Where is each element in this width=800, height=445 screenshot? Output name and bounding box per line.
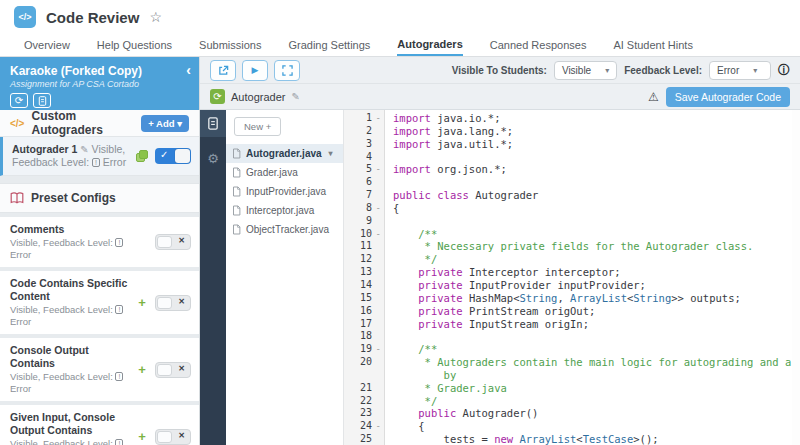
tab-autograders[interactable]: Autograders (397, 34, 462, 56)
code-row: 18 (344, 330, 792, 343)
run-button[interactable]: ▶ (242, 60, 268, 81)
tab-grading-settings[interactable]: Grading Settings (288, 34, 370, 56)
editor-toolbar: ▶ Visible To Students: Visible▾ Feedback… (200, 57, 800, 84)
java-file-icon (232, 186, 241, 197)
assignment-header: Karaoke (Forked Copy) ‹ Assignment for A… (0, 57, 199, 110)
favorite-star-icon[interactable]: ☆ (149, 9, 162, 25)
fold-marker[interactable]: - (376, 343, 381, 356)
file-autograder-java[interactable]: Autograder.java▾ (226, 144, 343, 163)
feedback-level-label: Feedback Level: (12, 156, 89, 168)
toggle-knob (157, 236, 172, 248)
warning-icon: ⚠ (648, 90, 659, 104)
preset-title: Code Contains Specific Content (10, 277, 131, 303)
code-line: private InputProvider inputProvider; (384, 279, 646, 292)
feedback-level-select[interactable]: Error▾ (709, 61, 771, 80)
fold-marker[interactable]: - (376, 112, 381, 125)
preset-title: Comments (10, 223, 131, 236)
file-grader-java[interactable]: Grader.java (226, 163, 343, 182)
line-number: 14 (344, 279, 384, 292)
preset-toggle[interactable]: ✕ (155, 234, 191, 250)
code-line: import java.lang.*; (384, 125, 513, 138)
tab-ai-student-hints[interactable]: AI Student Hints (613, 34, 693, 56)
feedback-level-value: Error (103, 156, 126, 168)
preset-toggle[interactable]: ✕ (155, 362, 191, 378)
share-button[interactable] (210, 60, 236, 81)
code-pane[interactable]: 1-import java.io.*;2import java.lang.*;3… (344, 110, 800, 445)
line-number: 8- (344, 202, 384, 215)
code-line: import java.io.*; (384, 112, 500, 125)
fold-marker[interactable]: - (376, 420, 381, 433)
code-row: 2import java.lang.*; (344, 125, 792, 138)
code-brackets-icon: </> (10, 118, 24, 129)
file-name: InputProvider.java (246, 186, 326, 197)
file-objecttracker-java[interactable]: ObjectTracker.java (226, 220, 343, 239)
line-number: 6 (344, 176, 384, 189)
autograder-1-toggle[interactable]: ✓ (155, 148, 191, 164)
line-number: 9 (344, 215, 384, 228)
line-number: 25 (344, 433, 384, 445)
document-button[interactable] (33, 93, 51, 108)
tab-canned-responses[interactable]: Canned Responses (490, 34, 587, 56)
file-name: ObjectTracker.java (246, 224, 329, 235)
preset-toggle[interactable]: ✕ (155, 429, 191, 445)
edit-autograder-icon[interactable]: ✎ (80, 144, 88, 155)
line-number: 20 (344, 356, 384, 369)
external-link-icon (218, 65, 229, 76)
file-panel: New + Autograder.java▾Grader.javaInputPr… (226, 110, 344, 445)
code-row: 12 */ (344, 253, 792, 266)
visible-to-students-select[interactable]: Visible▾ (554, 61, 617, 80)
fold-marker[interactable]: - (376, 202, 381, 215)
autograder-1-item[interactable]: Autograder 1 ✎ Visible, Feedback Level: … (0, 137, 199, 176)
code-row: 16 private PrintStream origOut; (344, 305, 792, 318)
refresh-icon: ⟳ (15, 96, 23, 106)
x-icon: ✕ (178, 364, 185, 373)
tab-help-questions[interactable]: Help Questions (97, 34, 172, 56)
autograder-name-bar: ⟳ Autograder ✎ ⚠ Save Autograder Code (200, 84, 800, 110)
save-autograder-code-button[interactable]: Save Autograder Code (666, 87, 790, 107)
code-row: 1-import java.io.*; (344, 112, 792, 125)
file-name: Interceptor.java (246, 205, 314, 216)
file-interceptor-java[interactable]: Interceptor.java (226, 201, 343, 220)
code-line: private HashMap<String, ArrayList<String… (384, 292, 741, 305)
line-number: 1- (344, 112, 384, 125)
settings-gear-icon[interactable]: ⚙ (200, 151, 226, 166)
preset-title: Given Input, Console Output Contains (10, 411, 131, 437)
preset-config-list: CommentsVisible, Feedback Level: ! Error… (0, 213, 199, 445)
add-preset-button[interactable]: + (135, 362, 149, 377)
fold-marker[interactable]: - (376, 228, 381, 241)
fold-marker[interactable]: - (376, 163, 381, 176)
chevron-down-icon[interactable]: ▾ (329, 149, 333, 158)
rename-autograder-icon[interactable]: ✎ (291, 91, 299, 102)
line-number: 3 (344, 138, 384, 151)
tab-overview[interactable]: Overview (24, 34, 70, 56)
assignment-subtitle: Assignment for AP CSA Cortado (10, 79, 189, 89)
file-inputprovider-java[interactable]: InputProvider.java (226, 182, 343, 201)
code-line: private Interceptor interceptor; (384, 266, 621, 279)
files-panel-button[interactable] (200, 110, 226, 137)
duplicate-autograder-icon[interactable] (136, 150, 149, 163)
chevron-down-icon: ▾ (605, 66, 609, 75)
add-preset-button[interactable]: + (135, 295, 149, 310)
java-file-icon (232, 148, 241, 159)
tab-submissions[interactable]: Submissions (199, 34, 261, 56)
fullscreen-button[interactable] (274, 60, 300, 81)
preset-configs-title: Preset Configs (31, 191, 189, 205)
info-icon[interactable]: ⓘ (778, 62, 790, 79)
x-icon: ✕ (178, 236, 185, 245)
error-level-icon: ! (115, 439, 123, 445)
custom-autograders-title: Custom Autograders (31, 109, 134, 137)
code-line: { (384, 420, 425, 433)
code-row: 3import java.util.*; (344, 138, 792, 151)
main-panel: ▶ Visible To Students: Visible▾ Feedback… (200, 57, 800, 445)
sync-button[interactable]: ⟳ (10, 93, 28, 108)
autograder-status-icon: ⟳ (210, 89, 225, 104)
code-line: import org.json.*; (384, 163, 507, 176)
collapse-sidebar-icon[interactable]: ‹ (186, 62, 191, 78)
toggle-knob (175, 149, 190, 163)
new-file-button[interactable]: New + (234, 117, 281, 136)
code-row: 11 * Necessary private fields for the Au… (344, 240, 792, 253)
add-autograder-button[interactable]: + Add ▾ (141, 115, 189, 132)
preset-toggle[interactable]: ✕ (155, 295, 191, 311)
add-preset-button[interactable]: + (135, 429, 149, 444)
autograder-1-title: Autograder 1 (12, 143, 77, 155)
